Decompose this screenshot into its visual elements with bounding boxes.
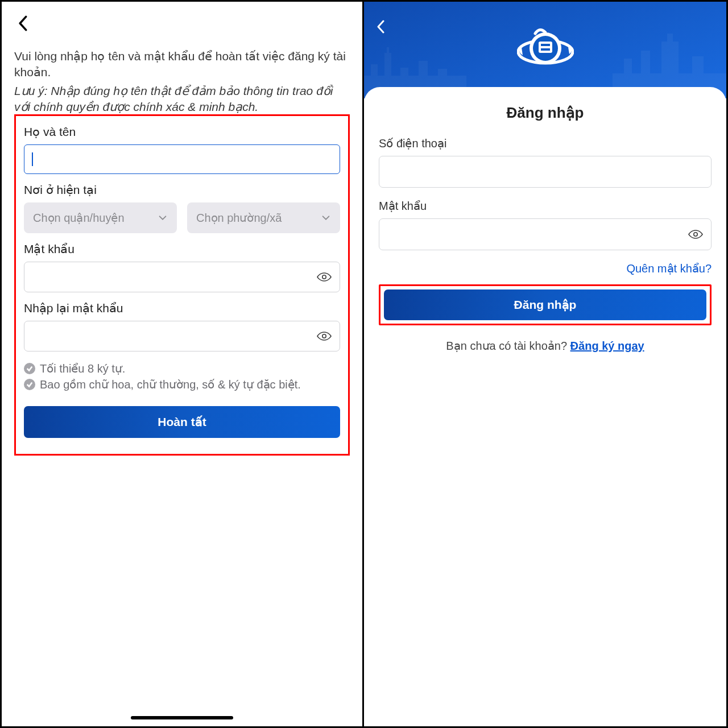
password-confirm-input[interactable] <box>24 321 340 351</box>
fullname-label: Họ và tên <box>24 125 340 139</box>
home-indicator <box>131 716 233 719</box>
password-confirm-label: Nhập lại mật khẩu <box>24 301 340 315</box>
login-title: Đăng nhập <box>379 104 712 122</box>
residence-label: Nơi ở hiện tại <box>24 183 340 197</box>
password-input[interactable] <box>24 262 340 292</box>
ward-placeholder: Chọn phường/xã <box>196 211 282 225</box>
complete-button[interactable]: Hoàn tất <box>24 406 340 438</box>
intro-text-block: Vui lòng nhập họ tên và mật khẩu để hoàn… <box>14 48 350 115</box>
rule-charset: Bao gồm chữ hoa, chữ thường, số & ký tự … <box>40 378 301 391</box>
login-password-label: Mật khẩu <box>379 199 712 213</box>
password-label: Mật khẩu <box>24 242 340 256</box>
no-account-text: Bạn chưa có tài khoản? <box>446 340 570 352</box>
intro-note: Lưu ý: Nhập đúng họ tên thật để đảm bảo … <box>14 83 350 115</box>
svg-point-8 <box>694 233 697 236</box>
svg-rect-6 <box>541 44 550 46</box>
svg-point-1 <box>322 334 326 338</box>
login-button-highlight: Đăng nhập <box>379 284 712 325</box>
chevron-down-icon <box>321 213 331 223</box>
eye-icon <box>316 269 332 285</box>
forgot-password-link[interactable]: Quên mật khẩu? <box>626 262 712 275</box>
svg-rect-7 <box>541 48 550 51</box>
registration-form: Họ và tên Nơi ở hiện tại Chọn quận/huyện… <box>14 114 350 456</box>
phone-label: Số điện thoại <box>379 136 712 150</box>
chevron-left-icon <box>18 15 29 31</box>
back-button[interactable] <box>14 14 32 32</box>
password-rules: Tối thiểu 8 ký tự. Bao gồm chữ hoa, chữ … <box>24 362 340 391</box>
login-header <box>364 2 726 98</box>
eye-icon <box>688 226 704 242</box>
register-link[interactable]: Đăng ký ngay <box>570 340 644 352</box>
toggle-password-visibility[interactable] <box>316 269 332 285</box>
ward-select[interactable]: Chọn phường/xã <box>187 202 340 233</box>
login-password-input[interactable] <box>379 218 712 250</box>
check-icon <box>24 363 35 374</box>
chevron-left-icon <box>377 20 386 34</box>
phone-input[interactable] <box>379 156 712 188</box>
toggle-password-confirm-visibility[interactable] <box>316 328 332 344</box>
app-logo-icon <box>517 26 574 75</box>
district-select[interactable]: Chọn quận/huyện <box>24 202 177 233</box>
register-prompt: Bạn chưa có tài khoản? Đăng ký ngay <box>379 339 712 353</box>
toggle-login-password-visibility[interactable] <box>688 226 704 242</box>
intro-text: Vui lòng nhập họ tên và mật khẩu để hoàn… <box>14 49 346 78</box>
text-cursor <box>32 152 33 166</box>
login-button[interactable]: Đăng nhập <box>384 289 706 320</box>
check-icon <box>24 379 35 390</box>
rule-min-chars: Tối thiểu 8 ký tự. <box>40 362 125 375</box>
eye-icon <box>316 328 332 344</box>
skyline-decoration-icon <box>613 19 726 98</box>
district-placeholder: Chọn quận/huyện <box>33 211 125 225</box>
chevron-down-icon <box>158 213 168 223</box>
back-button[interactable] <box>377 20 392 36</box>
fullname-input[interactable] <box>24 144 340 174</box>
svg-point-0 <box>322 275 326 279</box>
svg-rect-5 <box>539 42 552 53</box>
login-card: Đăng nhập Số điện thoại Mật khẩu Quên mậ… <box>364 87 726 353</box>
